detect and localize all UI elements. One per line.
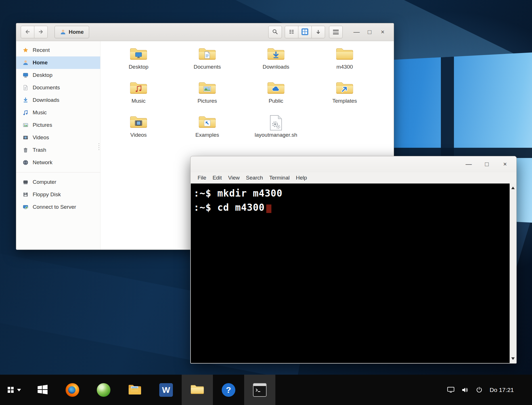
- menu-button[interactable]: [329, 26, 343, 38]
- volume-tray-icon[interactable]: [461, 386, 469, 394]
- folder-icon: [129, 47, 148, 62]
- menu-terminal[interactable]: Terminal: [266, 174, 293, 182]
- taskbar-terminal[interactable]: [244, 375, 275, 405]
- back-button[interactable]: [21, 26, 34, 38]
- file-downloads[interactable]: Downloads: [242, 47, 310, 70]
- folder-icon: [336, 47, 354, 62]
- start-button[interactable]: [28, 375, 57, 405]
- sidebar-item-network[interactable]: Network: [16, 156, 100, 169]
- search-button[interactable]: [268, 26, 282, 38]
- minimize-button[interactable]: —: [350, 26, 363, 39]
- terminal-titlebar[interactable]: — □ ×: [190, 156, 516, 172]
- close-button[interactable]: ×: [500, 160, 510, 168]
- terminal-scrollbar[interactable]: [510, 183, 516, 363]
- terminal-line: :~$ mkdir m4300: [194, 186, 506, 201]
- forward-button[interactable]: [34, 26, 48, 38]
- trash-icon: [22, 147, 29, 153]
- sidebar-label: Pictures: [33, 122, 52, 128]
- file-desktop[interactable]: Desktop: [104, 47, 173, 70]
- maximize-button[interactable]: □: [363, 26, 376, 39]
- file-documents[interactable]: Documents: [173, 47, 242, 70]
- sidebar-label: Desktop: [33, 72, 53, 78]
- back-arrow-icon: [24, 29, 31, 36]
- file-videos[interactable]: Videos: [104, 115, 173, 138]
- folder-icon: [267, 47, 285, 62]
- system-tray: Do 17:21: [447, 375, 532, 405]
- user-icon: [22, 60, 29, 66]
- menu-file[interactable]: File: [194, 174, 210, 182]
- photo-icon: [22, 122, 29, 128]
- sidebar-item-downloads[interactable]: Downloads: [16, 94, 100, 106]
- sidebar-item-desktop[interactable]: Desktop: [16, 69, 100, 81]
- file-public[interactable]: Public: [242, 81, 310, 104]
- taskbar-file-manager[interactable]: [182, 375, 213, 405]
- close-button[interactable]: ×: [376, 26, 389, 39]
- sidebar-item-music[interactable]: Music: [16, 106, 100, 119]
- file-music[interactable]: Music: [104, 81, 173, 104]
- folder-icon: [198, 47, 216, 62]
- file-m4300[interactable]: m4300: [310, 47, 379, 70]
- sidebar-item-floppy-disk[interactable]: Floppy Disk: [16, 188, 100, 201]
- scroll-up-icon[interactable]: [511, 185, 515, 189]
- sidebar-label: Documents: [33, 85, 60, 91]
- sidebar-item-home[interactable]: Home: [16, 56, 100, 69]
- sidebar-item-videos[interactable]: Videos: [16, 131, 100, 144]
- terminal-window-controls: — □ ×: [464, 156, 510, 172]
- document-emblem-icon: [204, 51, 210, 59]
- windows-grid-icon: [8, 387, 14, 393]
- menu-help[interactable]: Help: [293, 174, 310, 182]
- file-label: Templates: [332, 98, 357, 104]
- location-home-button[interactable]: Home: [55, 26, 89, 38]
- sidebar-item-connect-to-server[interactable]: Connect to Server: [16, 201, 100, 213]
- download-arrow-icon: [22, 97, 29, 103]
- file-label: Public: [269, 98, 283, 104]
- sidebar-item-trash[interactable]: Trash: [16, 144, 100, 156]
- file-templates[interactable]: Templates: [310, 81, 379, 104]
- scroll-down-icon[interactable]: [511, 357, 515, 362]
- menu-edit[interactable]: Edit: [210, 174, 225, 182]
- view-options-button[interactable]: [311, 26, 325, 38]
- sidebar-label: Recent: [33, 47, 50, 53]
- folder-icon: [267, 81, 285, 96]
- menu-search[interactable]: Search: [243, 174, 266, 182]
- maximize-button[interactable]: □: [482, 160, 492, 168]
- file-manager-sidebar: Recent Home Desktop Documents Downloads: [16, 41, 100, 250]
- compact-view-button[interactable]: [285, 26, 298, 38]
- sidebar-item-pictures[interactable]: Pictures: [16, 119, 100, 131]
- picture-folder-icon: [128, 383, 142, 396]
- display-tray-icon[interactable]: [447, 386, 454, 394]
- power-tray-icon[interactable]: [476, 386, 483, 394]
- question-mark: ?: [226, 385, 231, 395]
- menu-view[interactable]: View: [225, 174, 243, 182]
- sidebar-item-computer[interactable]: Computer: [16, 176, 100, 188]
- terminal-menubar: File Edit View Search Terminal Help: [190, 172, 516, 183]
- sidebar-label: Videos: [33, 134, 49, 141]
- sidebar-item-recent[interactable]: Recent: [16, 44, 100, 56]
- minimize-button[interactable]: —: [464, 160, 474, 168]
- taskbar-help[interactable]: ?: [213, 375, 244, 405]
- taskbar-clock[interactable]: Do 17:21: [490, 387, 514, 393]
- taskbar: W ? Do 17:21: [0, 375, 532, 405]
- sidebar-item-documents[interactable]: Documents: [16, 81, 100, 94]
- terminal-output[interactable]: :~$ mkdir m4300 :~$ cd m4300: [191, 183, 516, 363]
- monitor-icon: [22, 72, 29, 78]
- folder-icon: [129, 115, 148, 130]
- folder-icon: [129, 81, 148, 96]
- file-label: layoutmanager.sh: [255, 132, 297, 138]
- file-examples[interactable]: Examples: [173, 115, 242, 138]
- film-icon: [22, 134, 29, 141]
- file-manager-toolbar[interactable]: Home: [16, 23, 394, 41]
- sidebar-resize-handle[interactable]: [99, 143, 99, 150]
- icon-view-button[interactable]: [298, 26, 312, 38]
- file-layoutmanager-script[interactable]: layoutmanager.sh: [242, 115, 310, 138]
- sidebar-label: Floppy Disk: [33, 191, 61, 198]
- taskbar-word[interactable]: W: [150, 375, 182, 405]
- taskbar-software[interactable]: [88, 375, 119, 405]
- taskbar-firefox[interactable]: [57, 375, 88, 405]
- taskbar-app-menu-button[interactable]: [0, 375, 28, 405]
- file-label: Documents: [194, 64, 221, 70]
- download-emblem-icon: [273, 52, 279, 59]
- sidebar-separator: [16, 172, 100, 172]
- taskbar-photos[interactable]: [119, 375, 150, 405]
- file-pictures[interactable]: Pictures: [173, 81, 242, 104]
